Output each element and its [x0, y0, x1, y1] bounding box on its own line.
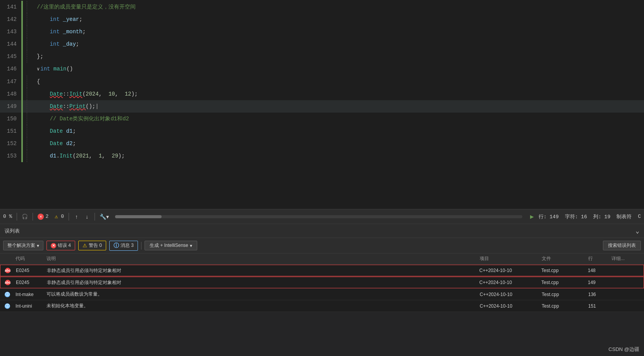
row-line-3: 151 — [587, 303, 610, 309]
row-description-0: 非静态成员引用必须与特定对象相对 — [45, 267, 478, 274]
indent-guide-149 — [23, 100, 31, 113]
code-line-141[interactable]: 141//这里的成员变量只是定义，没有开空间 — [0, 1, 644, 13]
info-row-icon: ⓘ — [5, 292, 10, 297]
code-line-150[interactable]: 150 // Date类实例化出对象d1和d2 — [0, 113, 644, 125]
search-errors-btn[interactable]: 搜索错误列表 — [603, 241, 641, 250]
divider-2 — [33, 213, 33, 221]
code-line-145[interactable]: 145}; — [0, 50, 644, 63]
line-number-152: 152 — [0, 137, 21, 150]
line-number-142: 142 — [0, 13, 21, 26]
message-filter-btn[interactable]: ⓘ 消息 3 — [109, 241, 138, 251]
play-btn[interactable]: ▶ — [530, 213, 534, 221]
row-description-3: 未初始化本地变量。 — [45, 303, 478, 309]
nav-down-btn[interactable]: ↓ — [84, 213, 90, 221]
row-description-2: 可以将成员函数设为常量。 — [45, 291, 478, 298]
code-content-152: Date d2; — [31, 137, 644, 150]
error-count-value: 2 — [45, 214, 48, 219]
row-file-3: Test.cpp — [540, 303, 587, 309]
code-content-153: d1.Init(2021, 1, 29); — [31, 150, 644, 162]
code-line-144[interactable]: 144 int _day; — [0, 38, 644, 50]
line-number-143: 143 — [0, 26, 21, 38]
line-number-146: 146 — [0, 63, 21, 75]
indent-guide-151 — [23, 125, 31, 137]
line-number-148: 148 — [0, 88, 21, 100]
error-badge-icon: ✕ — [51, 243, 56, 248]
info-row-icon: ⓘ — [5, 303, 10, 309]
warning-count-status[interactable]: ⚠ 0 — [53, 214, 64, 220]
line-number-149: 149 — [0, 100, 21, 113]
col-desc-header: 说明 — [45, 255, 478, 262]
error-row-icon: abc — [5, 280, 10, 285]
error-table[interactable]: 代码 说明 项目 文件 行 详细... abcE0245非静态成员引用必须与特定… — [0, 253, 644, 356]
code-line-151[interactable]: 151 Date d1; — [0, 125, 644, 137]
warning-count-value: 0 — [61, 214, 64, 219]
col-info: 列: 19 — [593, 213, 610, 220]
message-badge-icon: ⓘ — [114, 242, 119, 249]
code-editor[interactable]: 141//这里的成员变量只是定义，没有开空间142 int _year;143 … — [0, 0, 644, 209]
divider-1 — [17, 213, 17, 221]
message-badge-label: 消息 3 — [121, 242, 134, 249]
filter-btn[interactable]: 🔧▾ — [100, 214, 109, 220]
headphone-icon[interactable]: 🎧 — [22, 214, 28, 220]
line-number-150: 150 — [0, 113, 21, 125]
code-line-153[interactable]: 153 d1.Init(2021, 1, 29); — [0, 150, 644, 162]
nav-up-btn[interactable]: ↑ — [74, 213, 79, 221]
code-line-152[interactable]: 152 Date d2; — [0, 137, 644, 150]
error-row-icon: abc — [5, 268, 10, 273]
line-number-145: 145 — [0, 50, 21, 63]
warning-badge-icon: ⚠ — [83, 243, 87, 248]
row-description-1: 非静态成员引用必须与特定对象相对 — [45, 279, 478, 286]
scope-selector[interactable]: 整个解决方案 ▾ — [3, 241, 43, 250]
row-line-0: 148 — [586, 268, 610, 273]
code-content-145: }; — [31, 50, 644, 63]
intellisense-selector[interactable]: 生成 + IntelliSense ▾ — [145, 241, 197, 250]
panel-collapse-btn[interactable]: ⌄ — [635, 227, 639, 235]
code-line-146[interactable]: 146∨int main() — [0, 63, 644, 75]
col-code-header: 代码 — [14, 255, 45, 262]
row-code-1: E0245 — [14, 280, 45, 285]
indent-guide-142 — [23, 13, 31, 26]
code-line-142[interactable]: 142 int _year; — [0, 13, 644, 26]
row-code-3: Int-unini — [14, 303, 45, 309]
char-info: 字符: 16 — [565, 213, 587, 220]
code-content-148: Date::Init(2024, 10, 12); — [31, 88, 644, 100]
row-project-1: C++2024-10-10 — [478, 280, 540, 285]
zoom-level: 0 % — [3, 214, 12, 219]
col-project-header: 项目 — [478, 255, 540, 262]
intellisense-label: 生成 + IntelliSense — [150, 242, 188, 249]
warning-filter-btn[interactable]: ⚠ 警告 0 — [78, 241, 106, 250]
panel-title: 误列表 — [5, 228, 20, 234]
indent-guide-146 — [23, 63, 31, 75]
code-line-149[interactable]: 149 Date::Print(); — [0, 100, 644, 113]
error-badge-label: 错误 4 — [58, 242, 71, 249]
line-number-144: 144 — [0, 38, 21, 50]
code-line-148[interactable]: 148 Date::Init(2024, 10, 12); — [0, 88, 644, 100]
row-file-0: Test.cpp — [540, 268, 586, 273]
warning-icon: ⚠ — [53, 214, 59, 220]
indent-guide-148 — [23, 88, 31, 100]
error-panel: 误列表 ⌄ 整个解决方案 ▾ ✕ 错误 4 ⚠ 警告 0 ⓘ 消息 3 生成 +… — [0, 224, 644, 356]
table-row-1[interactable]: abcE0245非静态成员引用必须与特定对象相对C++2024-10-10Tes… — [0, 277, 644, 288]
row-file-1: Test.cpp — [540, 280, 586, 285]
row-project-2: C++2024-10-10 — [478, 292, 540, 297]
table-row-3[interactable]: ⓘInt-unini未初始化本地变量。C++2024-10-10Test.cpp… — [0, 300, 644, 312]
indent-guide-143 — [23, 26, 31, 38]
error-count-status[interactable]: ✕ 2 — [38, 214, 48, 220]
code-line-143[interactable]: 143 int _month; — [0, 26, 644, 38]
table-row-2[interactable]: ⓘInt-make可以将成员函数设为常量。C++2024-10-10Test.c… — [0, 289, 644, 300]
col-line-header: 行 — [587, 255, 610, 262]
indent-guide-141 — [23, 1, 31, 13]
row-code-2: Int-make — [14, 292, 45, 297]
code-line-147[interactable]: 147{ — [0, 75, 644, 88]
scrollbar-area[interactable] — [115, 215, 522, 218]
table-header: 代码 说明 项目 文件 行 详细... — [0, 253, 644, 264]
indent-guide-150 — [23, 113, 31, 125]
indent-guide-152 — [23, 137, 31, 150]
error-filter-btn[interactable]: ✕ 错误 4 — [46, 241, 75, 250]
intellisense-arrow: ▾ — [190, 243, 192, 248]
code-content-142: int _year; — [31, 13, 644, 26]
indent-guide-145 — [23, 50, 31, 63]
code-content-143: int _month; — [31, 26, 644, 38]
code-content-144: int _day; — [31, 38, 644, 50]
table-row-0[interactable]: abcE0245非静态成员引用必须与特定对象相对C++2024-10-10Tes… — [0, 265, 644, 276]
